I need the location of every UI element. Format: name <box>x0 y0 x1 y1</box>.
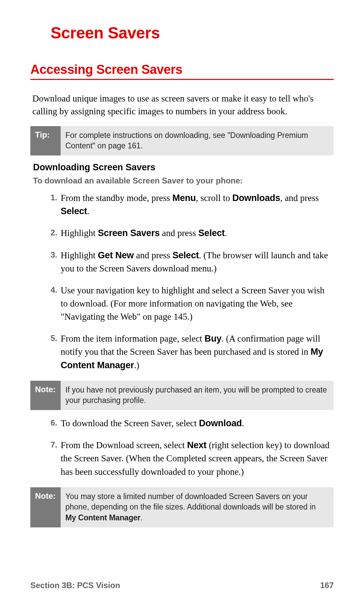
lead-line: To download an available Screen Saver to… <box>33 176 334 185</box>
note-body: If you have not previously purchased an … <box>61 381 334 410</box>
step-number: 5. <box>47 332 61 372</box>
tip-callout: Tip: For complete instructions on downlo… <box>30 126 334 155</box>
step-body: Highlight Get New and press Select. (The… <box>61 249 332 275</box>
step: 4. Use your navigation key to highlight … <box>47 284 332 323</box>
tip-body: For complete instructions on downloading… <box>61 126 334 155</box>
step-number: 4. <box>47 284 61 323</box>
tip-label: Tip: <box>30 126 61 155</box>
step-body: To download the Screen Saver, select Dow… <box>61 417 332 430</box>
step: 3. Highlight Get New and press Select. (… <box>47 249 332 275</box>
note-label: Note: <box>30 487 61 527</box>
step: 2. Highlight Screen Savers and press Sel… <box>47 227 332 240</box>
steps-list-1: 1. From the standby mode, press Menu, sc… <box>47 192 332 372</box>
step-number: 1. <box>47 192 61 218</box>
note-callout-2: Note: You may store a limited number of … <box>30 487 334 527</box>
page-number: 167 <box>320 581 334 590</box>
subheading: Downloading Screen Savers <box>33 162 334 173</box>
step-number: 6. <box>47 417 61 430</box>
step-number: 3. <box>47 249 61 275</box>
intro-paragraph: Download unique images to use as screen … <box>30 92 334 118</box>
page-footer: Section 3B: PCS Vision 167 <box>30 581 334 590</box>
step-body: From the Download screen, select Next (r… <box>61 439 332 478</box>
page: Screen Savers Accessing Screen Savers Do… <box>0 0 364 607</box>
step: 7. From the Download screen, select Next… <box>47 439 332 478</box>
note-label: Note: <box>30 381 61 410</box>
step-number: 7. <box>47 439 61 478</box>
step-body: From the item information page, select B… <box>61 332 332 372</box>
steps-list-2: 6. To download the Screen Saver, select … <box>47 417 332 479</box>
step: 6. To download the Screen Saver, select … <box>47 417 332 430</box>
note-callout-1: Note: If you have not previously purchas… <box>30 381 334 410</box>
step-body: Highlight Screen Savers and press Select… <box>61 227 332 240</box>
step: 1. From the standby mode, press Menu, sc… <box>47 192 332 218</box>
section-heading: Accessing Screen Savers <box>30 62 334 80</box>
footer-left: Section 3B: PCS Vision <box>30 581 120 590</box>
step-body: From the standby mode, press Menu, scrol… <box>61 192 332 218</box>
step-number: 2. <box>47 227 61 240</box>
step-body: Use your navigation key to highlight and… <box>61 284 332 323</box>
note-body: You may store a limited number of downlo… <box>61 487 334 527</box>
step: 5. From the item information page, selec… <box>47 332 332 372</box>
page-title: Screen Savers <box>51 24 334 42</box>
